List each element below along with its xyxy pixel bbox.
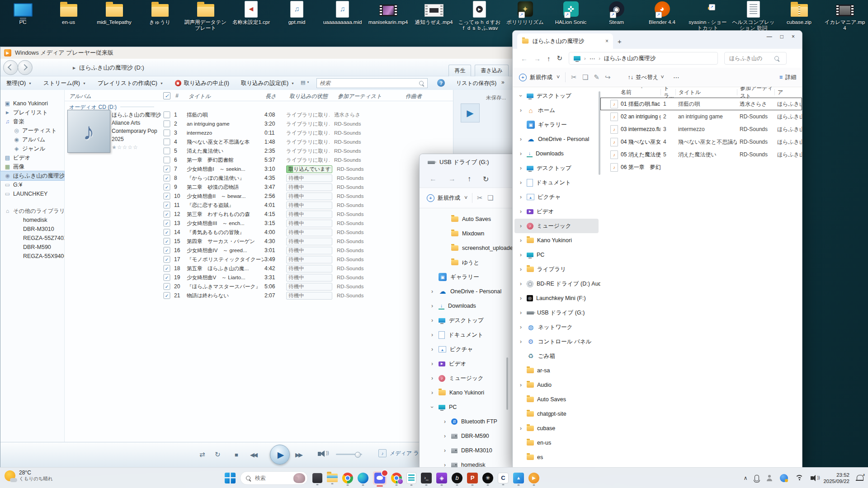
taskbar-app[interactable] — [327, 474, 338, 482]
desktop-icon[interactable]: ✜↗ HALion Sonic — [548, 0, 594, 31]
tree-chevron-icon[interactable] — [518, 194, 524, 200]
wmp-menu-item[interactable]: 取り込みの中止(I) — [169, 76, 235, 90]
tree-chevron-icon[interactable] — [518, 338, 524, 345]
start-button[interactable] — [225, 473, 236, 483]
track-checkbox[interactable] — [164, 247, 170, 254]
nav-tree-item[interactable]: PC — [513, 248, 600, 262]
share-icon[interactable]: ↪ — [605, 73, 611, 81]
column-album[interactable]: アルバム — [69, 93, 91, 100]
tray-overflow-chevron-icon[interactable]: ∧ — [744, 475, 748, 481]
column-length[interactable]: 長さ — [265, 93, 276, 100]
track-checkbox[interactable] — [164, 166, 170, 173]
nav-tree-item[interactable]: ネットワーク — [513, 320, 600, 334]
file-row[interactable]: ♪ 02 an intriguing ga... 2 an intriguing… — [600, 110, 802, 123]
volume-slider[interactable] — [336, 454, 362, 455]
track-checkbox[interactable] — [164, 274, 170, 281]
breadcrumb-folder[interactable]: ほらふき山の魔理沙 — [604, 55, 656, 62]
taskbar-app[interactable] — [421, 473, 432, 483]
minimize-button[interactable]: — — [767, 33, 772, 40]
tree-chevron-icon[interactable] — [429, 404, 435, 410]
desktop-icon[interactable]: ◕↗ Blender 4.4 — [639, 0, 685, 31]
shuffle-button[interactable]: ⇄ — [199, 450, 205, 459]
wmp-sidebar-item[interactable]: DBR-M590 — [0, 243, 64, 252]
usb-scrollbar[interactable] — [506, 357, 508, 410]
taskbar-app[interactable] — [373, 471, 387, 485]
forward-icon[interactable]: → — [448, 175, 456, 183]
file-row[interactable]: ♪ 05 消えた魔法使い.flac 5 消えた魔法使い RD-Sounds ほら… — [600, 148, 802, 161]
up-icon[interactable]: ↑ — [467, 175, 471, 183]
track-checkbox[interactable] — [164, 193, 170, 200]
tree-chevron-icon[interactable] — [518, 107, 524, 113]
wmp-sidebar-item[interactable]: ほらふき山の魔理沙 (D:) — [0, 171, 64, 180]
column-composer[interactable]: 作曲者 — [406, 93, 422, 100]
explorer-search-input[interactable] — [728, 55, 774, 62]
accessibility-icon[interactable] — [766, 475, 773, 481]
stop-button[interactable]: ■ — [235, 451, 238, 458]
nav-tree-item[interactable]: USB ドライブ (G:) — [513, 305, 600, 320]
microphone-icon[interactable] — [755, 475, 759, 481]
back-icon[interactable]: ← — [521, 55, 528, 62]
nav-tree-item[interactable]: en-us — [513, 436, 600, 450]
track-checkbox[interactable] — [164, 211, 170, 218]
track-checkbox[interactable] — [164, 265, 170, 272]
taskbar-search-box[interactable] — [240, 471, 308, 485]
track-checkbox[interactable] — [164, 139, 170, 145]
desktop-icon[interactable]: cubase.zip — [776, 0, 822, 31]
nav-tree-item[interactable]: デスクトップ — [513, 161, 600, 175]
nav-tree-item[interactable]: Kano Yukinori — [513, 233, 600, 248]
tree-chevron-icon[interactable] — [518, 295, 524, 301]
help-icon[interactable]: ? — [437, 79, 445, 87]
breadcrumb[interactable]: › ⋯ › ほらふき山の魔理沙 — [569, 52, 718, 65]
nav-tree-item[interactable]: ピクチャ — [513, 190, 600, 204]
tree-chevron-icon[interactable] — [518, 281, 524, 287]
tree-chevron-icon[interactable] — [429, 303, 435, 309]
taskbar-app[interactable] — [406, 472, 416, 484]
file-row[interactable]: ♪ 06 第一章 夢幻図... — [600, 161, 802, 174]
wmp-sidebar-item[interactable]: プレイリスト — [0, 108, 64, 117]
taskbar-clock[interactable]: 23:52 2025/09/22 — [823, 472, 849, 484]
track-checkbox[interactable] — [164, 229, 170, 236]
tree-chevron-icon[interactable] — [518, 150, 524, 157]
nav-tree-item[interactable]: chatgpt-site — [513, 407, 600, 421]
tree-chevron-icon[interactable] — [429, 375, 435, 381]
track-checkbox[interactable] — [164, 130, 170, 136]
wmp-sidebar-item[interactable]: アーティスト — [0, 126, 64, 135]
taskbar-app[interactable] — [452, 473, 462, 483]
wmp-forward-button[interactable] — [18, 60, 33, 75]
taskbar-weather-widget[interactable]: 28°C くもりのち晴れ — [5, 470, 53, 482]
tree-chevron-icon[interactable] — [429, 389, 435, 396]
more-options-icon[interactable]: ⋯ — [673, 74, 679, 81]
tree-chevron-icon[interactable] — [518, 310, 524, 316]
desktop-icon[interactable]: 調声用データテンプレート — [183, 0, 228, 31]
breadcrumb-ellipsis[interactable]: ⋯ — [590, 55, 595, 62]
explorer-tab[interactable]: ほらふき山の魔理沙 × — [517, 33, 613, 49]
taskbar-app[interactable] — [513, 473, 524, 483]
wmp-sidebar-item[interactable]: G:¥ — [0, 180, 64, 189]
nav-tree-item[interactable]: cubase — [513, 421, 600, 436]
select-all-checkbox[interactable] — [163, 92, 170, 99]
back-icon[interactable]: ← — [429, 175, 437, 183]
track-checkbox[interactable] — [164, 256, 170, 263]
desktop-icon[interactable]: ♫ gpt.mid — [274, 0, 320, 31]
track-checkbox[interactable] — [164, 292, 170, 299]
wmp-sidebar-item[interactable]: 画像 — [0, 162, 64, 171]
tree-chevron-icon[interactable] — [518, 237, 524, 244]
refresh-icon[interactable]: ↻ — [483, 175, 489, 183]
wmp-sidebar-item[interactable]: REGZA-55Z740X — [0, 234, 64, 243]
maximize-button[interactable]: □ — [780, 33, 783, 40]
wmp-search-input[interactable] — [317, 80, 419, 86]
taskbar-app[interactable] — [467, 473, 478, 483]
nav-tree-item[interactable]: ミュージック — [514, 219, 599, 233]
taskbar-app[interactable] — [482, 473, 493, 483]
view-details-button[interactable]: 詳細 — [779, 74, 797, 81]
wmp-sidebar-item[interactable]: ジャンル — [0, 144, 64, 153]
wmp-sidebar-item[interactable]: LAUNCHKEY — [0, 189, 64, 198]
repeat-button[interactable]: ↻ — [215, 450, 221, 459]
nav-tree-item[interactable]: デスクトップ — [513, 89, 600, 103]
forward-icon[interactable]: → — [534, 55, 541, 62]
track-checkbox[interactable] — [164, 121, 170, 127]
wmp-sidebar-item[interactable]: DBR-M3010 — [0, 225, 64, 234]
desktop-icon[interactable]: ↗ syasinn - ショートカット — [685, 0, 731, 31]
desktop-icon[interactable]: ◄ 名称未設定1.cpr — [228, 0, 274, 31]
track-checkbox[interactable] — [164, 220, 170, 227]
